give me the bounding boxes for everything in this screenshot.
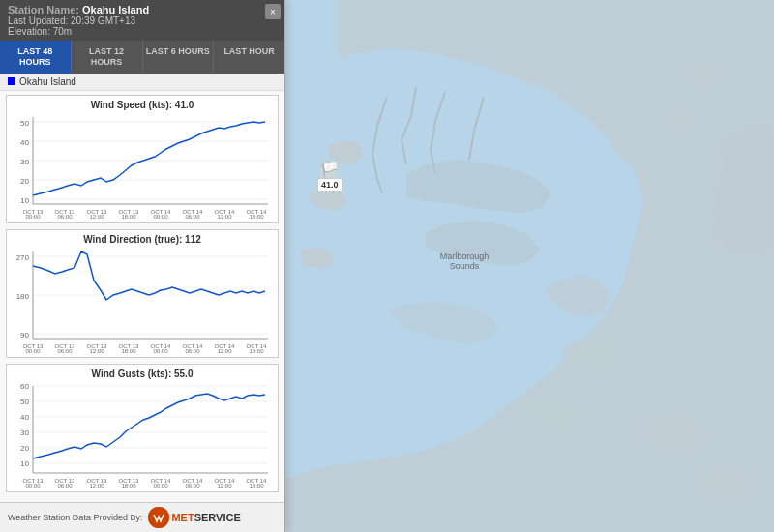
svg-text:Marlborough: Marlborough: [440, 251, 490, 261]
svg-text:20: 20: [20, 177, 29, 186]
wind-direction-title: Wind Direction (true): 112: [11, 234, 274, 245]
tab-48h[interactable]: LAST 48HOURS: [0, 41, 72, 74]
svg-text:10: 10: [20, 459, 29, 468]
svg-text:60: 60: [20, 382, 29, 391]
wind-gusts-title: Wind Gusts (kts): 55.0: [11, 369, 274, 379]
wind-speed-title: Wind Speed (kts): 41.0: [11, 100, 274, 110]
svg-text:06:00: 06:00: [57, 214, 73, 219]
metservice-icon: [148, 507, 169, 528]
station-label-text: Okahu Island: [19, 76, 76, 87]
tab-12h[interactable]: LAST 12HOURS: [72, 41, 143, 74]
tab-1h[interactable]: LAST HOUR: [214, 41, 284, 74]
last-updated-value: 20:39 GMT+13: [71, 15, 135, 26]
station-label-bar: Okahu Island: [0, 74, 284, 91]
wind-value-badge: 41.0: [317, 178, 342, 192]
panel-footer: Weather Station Data Provided By: METSER…: [0, 502, 284, 532]
station-name: Station Name: Okahu Island: [8, 4, 277, 15]
svg-text:30: 30: [20, 429, 29, 437]
metservice-text: METSERVICE: [171, 512, 240, 523]
svg-text:18:00: 18:00: [249, 483, 264, 488]
svg-text:18:00: 18:00: [121, 483, 136, 488]
last-updated-label: Last Updated:: [8, 15, 68, 26]
tabs: LAST 48HOURS LAST 12HOURS LAST 6 HOURS L…: [0, 41, 284, 74]
svg-text:00:00: 00:00: [25, 348, 41, 353]
svg-text:00:00: 00:00: [153, 214, 168, 219]
svg-text:180: 180: [16, 292, 30, 301]
wind-direction-chart-container: Wind Direction (true): 112 270 180 90 OC…: [6, 229, 279, 358]
wind-arrow-icon: 🏳️: [320, 163, 340, 178]
svg-text:20: 20: [20, 444, 29, 453]
wind-speed-chart-container: Wind Speed (kts): 41.0 50 40 30 20 10: [6, 95, 279, 223]
charts-area: Wind Speed (kts): 41.0 50 40 30 20 10: [0, 91, 284, 502]
last-updated: Last Updated: 20:39 GMT+13: [8, 15, 277, 26]
side-panel: Station Name: Okahu Island Last Updated:…: [0, 0, 285, 532]
svg-text:00:00: 00:00: [25, 483, 41, 488]
svg-text:50: 50: [20, 398, 29, 406]
svg-text:00:00: 00:00: [153, 483, 168, 488]
svg-text:06:00: 06:00: [185, 483, 200, 488]
metservice-logo: METSERVICE: [148, 507, 240, 528]
svg-text:270: 270: [16, 253, 30, 262]
svg-text:00:00: 00:00: [25, 214, 41, 219]
svg-text:40: 40: [20, 413, 29, 422]
svg-text:06:00: 06:00: [57, 348, 73, 353]
svg-text:06:00: 06:00: [185, 214, 200, 219]
station-dot-icon: [8, 77, 15, 85]
svg-text:18:00: 18:00: [249, 348, 264, 353]
svg-text:18:00: 18:00: [249, 214, 264, 219]
svg-text:90: 90: [20, 331, 29, 340]
wind-gusts-chart: 60 50 40 30 20 10 OCT 13 00: [11, 381, 274, 488]
svg-text:18:00: 18:00: [121, 348, 136, 353]
wind-marker[interactable]: 🏳️ 41.0: [317, 163, 342, 192]
svg-text:12:00: 12:00: [217, 214, 232, 219]
svg-text:30: 30: [20, 158, 29, 166]
svg-text:06:00: 06:00: [185, 348, 200, 353]
wind-speed-chart: 50 40 30 20 10 OCT 13 00:00 OCT 13: [11, 112, 274, 219]
svg-text:18:00: 18:00: [121, 214, 136, 219]
elevation-label: Elevation:: [8, 26, 50, 37]
svg-text:12:00: 12:00: [89, 483, 104, 488]
svg-text:12:00: 12:00: [217, 348, 232, 353]
footer-text: Weather Station Data Provided By:: [8, 513, 142, 522]
tab-6h[interactable]: LAST 6 HOURS: [143, 41, 215, 74]
svg-text:Sounds: Sounds: [450, 261, 480, 271]
svg-text:50: 50: [20, 119, 29, 128]
svg-text:12:00: 12:00: [89, 214, 104, 219]
station-name-label: Station Name:: [8, 4, 79, 15]
svg-text:10: 10: [20, 196, 29, 205]
station-name-value: Okahu Island: [82, 4, 149, 15]
wind-gusts-chart-container: Wind Gusts (kts): 55.0 60 50 40 30 20 10: [6, 364, 279, 492]
svg-text:12:00: 12:00: [217, 483, 232, 488]
elevation: Elevation: 70m: [8, 26, 277, 37]
elevation-value: 70m: [53, 26, 72, 37]
panel-header: Station Name: Okahu Island Last Updated:…: [0, 0, 284, 41]
wind-direction-chart: 270 180 90 OCT 13 00:00 OCT 13 06:00 OCT…: [11, 247, 274, 353]
svg-text:06:00: 06:00: [57, 483, 73, 488]
svg-text:12:00: 12:00: [89, 348, 104, 353]
close-button[interactable]: ×: [265, 4, 281, 19]
svg-text:00:00: 00:00: [153, 348, 168, 353]
svg-text:40: 40: [20, 138, 29, 147]
